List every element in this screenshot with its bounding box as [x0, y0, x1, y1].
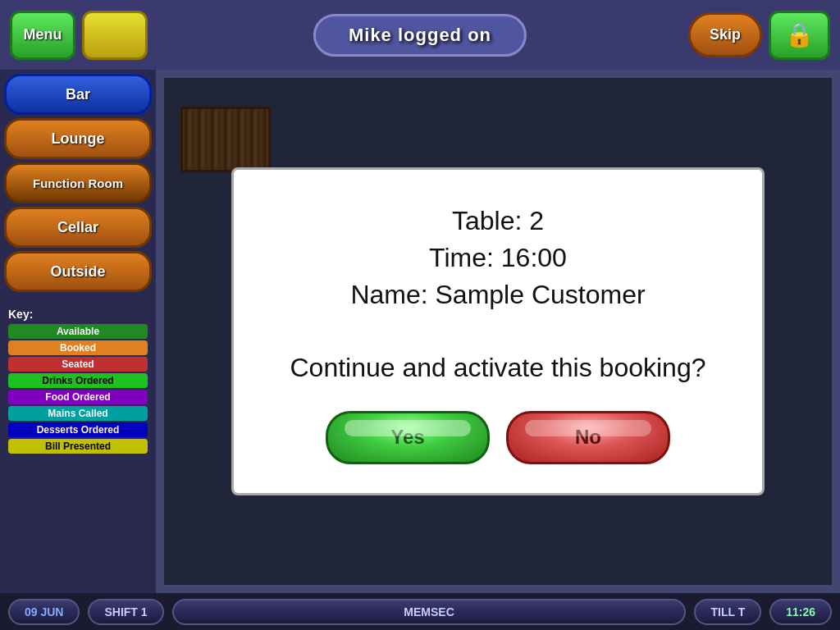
footer-system: MEMSEC [172, 599, 687, 625]
footer-till: TILL T [694, 599, 761, 625]
header: Menu Mike logged on Skip 🔒 [0, 0, 840, 70]
key-seated: Seated [8, 357, 148, 372]
footer-shift: SHIFT 1 [88, 599, 163, 625]
header-title: Mike logged on [313, 14, 527, 57]
yellow-button[interactable] [82, 11, 148, 60]
yes-button[interactable]: Yes [326, 411, 490, 464]
menu-button[interactable]: Menu [10, 11, 75, 60]
sidebar-item-outside[interactable]: Outside [4, 251, 152, 292]
key-desserts-ordered: Desserts Ordered [8, 422, 148, 437]
modal-table: Table: 2 [267, 203, 729, 240]
modal-overlay: Table: 2 Time: 16:00 Name: Sample Custom… [164, 78, 832, 585]
sidebar-item-cellar[interactable]: Cellar [4, 207, 152, 248]
key-bill-presented: Bill Presented [8, 439, 148, 454]
modal-buttons: Yes No [267, 411, 729, 464]
key-food-ordered: Food Ordered [8, 390, 148, 404]
sidebar-item-bar[interactable]: Bar [4, 74, 152, 115]
sidebar: Bar Lounge Function Room Cellar Outside … [0, 70, 156, 593]
modal-time: Time: 16:00 [267, 240, 729, 276]
modal-question: Continue and activate this booking? [267, 349, 729, 386]
no-button[interactable]: No [506, 411, 670, 464]
key-drinks-ordered: Drinks Ordered [8, 373, 148, 388]
header-right: Skip 🔒 [688, 11, 830, 60]
footer-time: 11:26 [769, 599, 832, 625]
booking-modal: Table: 2 Time: 16:00 Name: Sample Custom… [231, 167, 765, 495]
main-area: Bar Lounge Function Room Cellar Outside … [0, 70, 840, 593]
key-available: Available [8, 324, 148, 339]
modal-name: Name: Sample Customer [267, 276, 729, 313]
skip-button[interactable]: Skip [688, 12, 762, 57]
key-booked: Booked [8, 340, 148, 355]
key-mains-called: Mains Called [8, 406, 148, 421]
content-area: 7 141m 8 141m Table: 2 Time: 16:00 Name:… [156, 70, 840, 593]
footer: 09 JUN SHIFT 1 MEMSEC TILL T 11:26 [0, 593, 840, 630]
footer-date: 09 JUN [8, 599, 80, 625]
modal-content: Table: 2 Time: 16:00 Name: Sample Custom… [267, 203, 729, 386]
lock-button[interactable]: 🔒 [769, 11, 830, 60]
key-title: Key: [8, 308, 148, 321]
sidebar-item-function[interactable]: Function Room [4, 162, 152, 203]
key-section: Key: Available Booked Seated Drinks Orde… [4, 304, 152, 459]
table-area: 7 141m 8 141m Table: 2 Time: 16:00 Name:… [164, 78, 832, 585]
header-left: Menu [10, 11, 148, 60]
sidebar-item-lounge[interactable]: Lounge [4, 118, 152, 159]
